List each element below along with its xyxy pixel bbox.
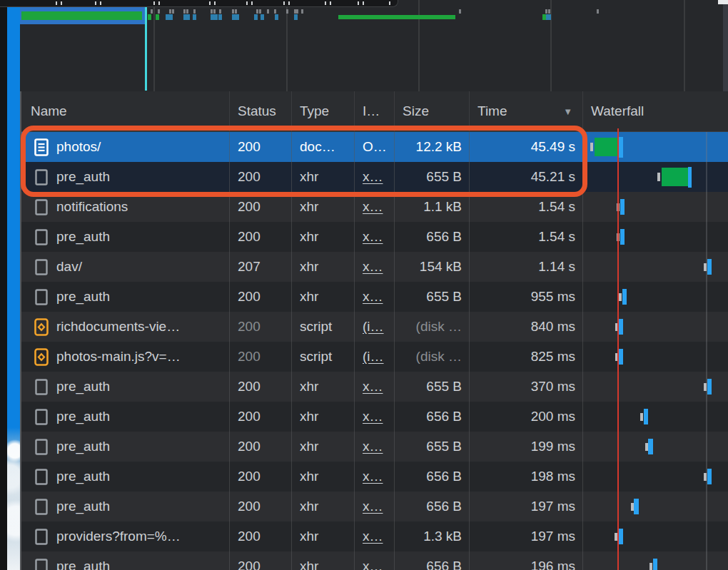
overview-tick xyxy=(235,9,237,14)
script-icon xyxy=(34,317,49,336)
type-cell: xhr xyxy=(292,551,355,570)
overview-request-bar xyxy=(254,14,258,20)
file-icon xyxy=(35,289,48,305)
table-row[interactable]: providers?from=%…200xhrx…1.3 kB197 ms xyxy=(21,521,728,551)
waterfall-gridline xyxy=(706,312,707,342)
waterfall-download-bar xyxy=(618,529,623,544)
status-cell-text: 200 xyxy=(238,409,261,424)
waterfall-cell xyxy=(583,222,728,252)
table-row[interactable]: pre_auth200xhrx…655 B955 ms xyxy=(21,282,728,312)
initiator-cell: x… xyxy=(355,372,395,402)
initiator-cell-text[interactable]: x… xyxy=(363,529,383,544)
table-row[interactable]: photos-main.js?v=…200script(i…(disk …825… xyxy=(21,342,728,372)
overview-tick xyxy=(548,9,550,14)
size-cell-text: 154 kB xyxy=(420,259,462,275)
initiator-cell-text[interactable]: (i… xyxy=(363,349,384,365)
initiator-cell-text[interactable]: x… xyxy=(363,259,383,275)
time-cell-text: 1.14 s xyxy=(538,259,575,275)
status-cell-text: 200 xyxy=(238,289,261,305)
time-cell-text: 199 ms xyxy=(531,439,575,454)
initiator-cell: x… xyxy=(355,282,395,312)
file-icon xyxy=(34,258,49,276)
table-row[interactable]: pre_auth200xhrx…656 B197 ms xyxy=(21,492,728,521)
status-cell: 200 xyxy=(230,402,292,432)
file-icon xyxy=(34,437,49,456)
initiator-cell-text[interactable]: x… xyxy=(363,379,383,395)
waterfall-gridline xyxy=(706,402,707,432)
request-name-cell[interactable]: pre_auth xyxy=(21,551,230,570)
time-cell: 197 ms xyxy=(470,492,583,521)
initiator-cell-text[interactable]: (i… xyxy=(363,319,384,335)
request-name-cell[interactable]: pre_auth xyxy=(21,372,230,402)
time-cell-text: 197 ms xyxy=(531,529,575,544)
request-name-cell[interactable]: photos-main.js?v=… xyxy=(21,342,230,372)
time-cell: 825 ms xyxy=(470,342,583,372)
initiator-cell-text[interactable]: x… xyxy=(363,499,383,514)
file-icon xyxy=(35,229,48,245)
request-name-cell[interactable]: dav/ xyxy=(21,252,230,282)
overview-selection[interactable] xyxy=(20,6,145,24)
overview-request-bar xyxy=(214,14,218,20)
table-row[interactable]: pre_auth200xhrx…655 B370 ms xyxy=(21,372,728,402)
time-cell-text: 955 ms xyxy=(531,289,575,305)
table-row[interactable]: pre_auth200xhrx…656 B198 ms xyxy=(21,462,728,492)
overview-request-bar xyxy=(547,14,551,20)
initiator-cell-text[interactable]: x… xyxy=(363,199,383,215)
request-name-cell[interactable]: pre_auth xyxy=(21,222,230,252)
table-row[interactable]: richdocuments-vie…200script(i…(disk …840… xyxy=(21,312,728,342)
initiator-cell: x… xyxy=(355,402,395,432)
request-name-cell[interactable]: providers?from=%… xyxy=(21,521,230,551)
waterfall-download-bar xyxy=(644,409,648,424)
request-name-cell[interactable]: pre_auth xyxy=(21,492,230,521)
table-row[interactable]: pre_auth200xhrx…656 B196 ms xyxy=(21,551,728,570)
time-cell: 1.14 s xyxy=(470,252,583,282)
status-cell-text: 200 xyxy=(238,349,261,365)
request-name-cell[interactable]: richdocuments-vie… xyxy=(21,312,230,342)
time-cell: 955 ms xyxy=(470,282,583,312)
initiator-cell-text[interactable]: x… xyxy=(363,559,383,570)
waterfall-cell xyxy=(583,192,728,222)
overview-scrollbar-thumb[interactable] xyxy=(718,0,728,4)
time-cell: 840 ms xyxy=(470,312,583,342)
overview-tick xyxy=(232,9,234,14)
file-icon xyxy=(35,409,48,425)
ruler-tick xyxy=(363,1,364,5)
overview-request-bar xyxy=(148,14,151,20)
waterfall-queue-tick xyxy=(657,173,660,181)
initiator-cell-text[interactable]: x… xyxy=(363,289,383,305)
initiator-cell: x… xyxy=(355,222,395,252)
waterfall-cell xyxy=(583,402,728,432)
request-name-cell[interactable]: pre_auth xyxy=(21,462,230,492)
initiator-cell-text[interactable]: x… xyxy=(363,409,383,424)
request-name-cell[interactable]: pre_auth xyxy=(21,282,230,312)
status-cell-text: 200 xyxy=(238,199,261,215)
initiator-cell-text[interactable]: x… xyxy=(363,439,383,454)
network-overview[interactable] xyxy=(20,0,728,93)
request-name: pre_auth xyxy=(56,439,110,454)
ruler-tick xyxy=(61,1,62,5)
overview-tick xyxy=(256,9,258,14)
table-row[interactable]: dav/207xhrx…154 kB1.14 s xyxy=(21,252,728,282)
time-cell-text: 825 ms xyxy=(531,349,575,365)
request-name: pre_auth xyxy=(56,229,110,245)
overview-tick xyxy=(286,9,288,14)
column-header-waterfall[interactable]: Waterfall xyxy=(583,91,728,131)
initiator-cell: x… xyxy=(355,492,395,521)
request-name-cell[interactable]: pre_auth xyxy=(21,402,230,432)
initiator-cell-text[interactable]: x… xyxy=(363,469,383,484)
table-row[interactable]: pre_auth200xhrx…656 B200 ms xyxy=(21,402,728,432)
request-name: pre_auth xyxy=(56,289,110,305)
size-cell-text: 655 B xyxy=(426,289,462,305)
waterfall-waiting-bar xyxy=(595,138,617,156)
size-cell-text: 655 B xyxy=(426,439,462,454)
initiator-cell-text[interactable]: x… xyxy=(363,229,383,245)
type-cell-text: xhr xyxy=(300,229,318,245)
overview-scrollbar-track[interactable] xyxy=(723,0,728,91)
table-row[interactable]: pre_auth200xhrx…656 B1.54 s xyxy=(21,222,728,252)
request-name-cell[interactable]: pre_auth xyxy=(21,432,230,462)
table-row[interactable]: pre_auth200xhrx…655 B199 ms xyxy=(21,432,728,462)
status-cell-text: 200 xyxy=(238,529,261,544)
status-cell-text: 200 xyxy=(238,229,261,245)
size-cell-text: (disk … xyxy=(416,319,462,335)
size-cell-text: 655 B xyxy=(426,379,462,395)
